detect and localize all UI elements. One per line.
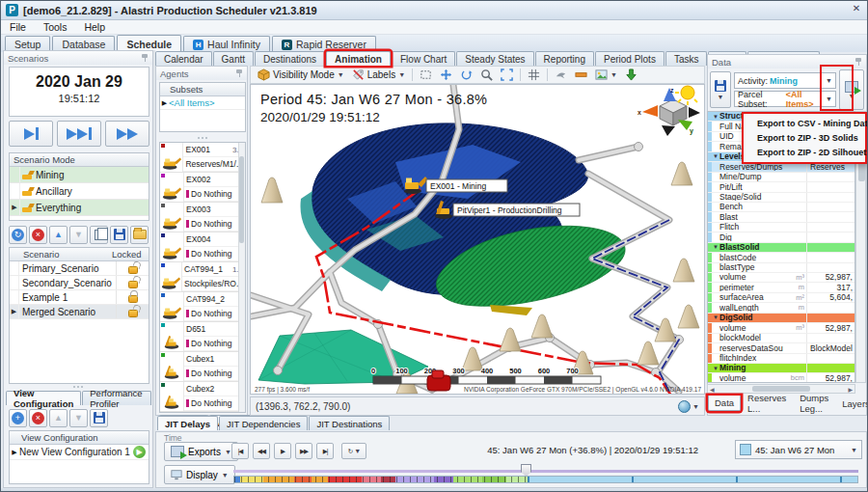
agent-list-item[interactable]: EX002 Do Nothing <box>160 173 245 203</box>
jit-tab[interactable]: JIT Dependencies <box>219 416 308 430</box>
grid-toggle-button[interactable] <box>525 68 543 82</box>
screenshot-button[interactable]: ▼ <box>592 68 620 82</box>
open-scenario-button[interactable] <box>130 226 149 244</box>
sub-tab[interactable]: Flow Chart <box>392 51 455 66</box>
sub-tab[interactable]: Destinations <box>255 51 325 66</box>
measure-button[interactable] <box>572 68 590 82</box>
skip-forward-button[interactable] <box>57 121 101 147</box>
jit-tab[interactable]: JIT Delays <box>157 416 218 430</box>
transport-button[interactable]: ▶ <box>274 443 291 459</box>
agent-list-item[interactable]: CAT994_2 Do Nothing <box>160 292 245 322</box>
period-dropdown[interactable]: 45: Jan W6 27 Mon ▼ <box>735 440 862 459</box>
data-bottom-tab[interactable]: Reserves L... <box>741 396 793 411</box>
timeline-track[interactable] <box>233 470 858 473</box>
lock-icon[interactable] <box>128 266 138 274</box>
transport-button[interactable]: ▶▶ <box>295 443 312 459</box>
data-grid-row[interactable]: ▼ BlastSolid <box>708 243 854 253</box>
data-grid-row[interactable]: ▼ flitchIndex <box>708 354 854 364</box>
menu-item[interactable]: File <box>1 21 35 33</box>
loop-button[interactable]: ↻▼ <box>341 443 366 459</box>
subsets-all-items[interactable]: <All Items> <box>169 97 215 108</box>
agent-list-item[interactable]: Cubex1 Do Nothing <box>160 352 245 382</box>
apply-view-icon[interactable]: ▶ <box>133 446 146 458</box>
pin-icon[interactable] <box>235 69 243 77</box>
save-data-button[interactable]: ▼ <box>710 71 731 108</box>
fast-forward-button[interactable] <box>105 121 149 147</box>
save-scenario-button[interactable] <box>110 226 128 244</box>
scenario-mode-row[interactable]: Ancillary <box>10 183 149 200</box>
data-grid-row[interactable]: ▼ Mine/Dump <box>708 173 854 182</box>
scenario-mode-row[interactable]: ▶ Everything <box>10 200 149 216</box>
move-down-button[interactable]: ▼ <box>69 226 88 244</box>
expander-icon[interactable]: ▼ <box>712 244 719 250</box>
agent-list-item[interactable]: CAT994_11... Stockpiles/RO... <box>160 262 245 292</box>
sub-tab[interactable]: Animation <box>326 51 391 66</box>
view-config-header[interactable]: View Configuration <box>10 431 149 445</box>
data-grid-row[interactable]: ▼ DigSolid <box>708 314 854 323</box>
data-grid-row[interactable]: ▼ volume m³ 52,987, <box>708 323 854 333</box>
expander-icon[interactable]: ▼ <box>712 153 719 159</box>
data-grid-row[interactable]: ▼ blockModel <box>708 334 854 343</box>
scenario-row[interactable]: Example 1 <box>10 290 149 305</box>
lock-icon[interactable] <box>128 310 138 317</box>
activity-combobox[interactable]: Activity: Mining ▼ <box>734 72 836 89</box>
locked-column-header[interactable]: Locked <box>112 249 145 260</box>
scenario-row[interactable]: Primary_Scenario <box>10 261 149 276</box>
orbit-button[interactable] <box>457 68 475 82</box>
data-grid-row[interactable]: ▼ volume bcm 52,987, <box>708 373 854 383</box>
pan-button[interactable] <box>437 68 455 82</box>
data-bottom-tab[interactable]: Layers <box>835 396 868 411</box>
data-grid-row[interactable]: ▼ blastType <box>708 263 854 273</box>
data-grid-row[interactable]: ▼ Pit/Lift <box>708 182 854 192</box>
context-menu-item[interactable]: Export to ZIP - 3D Solids <box>744 132 865 144</box>
menu-item[interactable]: Help <box>75 21 114 33</box>
copy-scenario-button[interactable] <box>90 226 108 244</box>
data-grid-row[interactable]: ▼ reservesDataSource BlockModel <box>708 343 854 353</box>
sub-tab[interactable]: Calendar <box>155 51 212 66</box>
agent-list-item[interactable]: EX004 Do Nothing <box>160 232 245 262</box>
data-grid-row[interactable]: ▼ Bench <box>708 203 854 212</box>
pin-icon[interactable] <box>141 54 149 62</box>
agent-list-item[interactable]: D651 Do Nothing <box>160 322 245 352</box>
scenario-column-header[interactable]: Scenario <box>14 249 112 260</box>
pin-icon[interactable] <box>854 58 862 66</box>
data-grid-row[interactable]: ▼ volume m³ 52,987, <box>708 273 854 283</box>
export-down-button[interactable] <box>622 68 640 82</box>
jit-tab[interactable]: JIT Destinations <box>309 416 390 430</box>
exports-button[interactable]: Exports▼ <box>164 442 238 461</box>
context-menu-item[interactable]: Export to ZIP - 2D Silhouettes <box>744 147 865 158</box>
scenario-mode-row[interactable]: Mining <box>10 167 149 183</box>
fly-mode-button[interactable] <box>552 68 570 82</box>
expander-icon[interactable]: ▼ <box>712 366 719 371</box>
zoom-button[interactable] <box>477 68 496 82</box>
splitter-handle[interactable] <box>156 135 249 140</box>
agent-scrollbar[interactable] <box>238 143 245 412</box>
view-config-tab[interactable]: View Configuration <box>6 391 81 405</box>
scenario-row[interactable]: ▶ Merged Scenario <box>10 305 149 319</box>
context-menu-item[interactable]: Export to CSV - Mining Data <box>744 118 865 129</box>
transport-button[interactable]: ▶| <box>316 443 334 459</box>
timeline-period-bar[interactable] <box>233 476 858 483</box>
sub-tab[interactable]: Steady States <box>456 51 533 66</box>
subsets-header[interactable]: Subsets <box>160 83 245 96</box>
move-up-button[interactable]: ▲ <box>49 226 68 244</box>
scenario-row[interactable]: Secondary_Scenario <box>10 276 149 290</box>
agent-list-item[interactable]: Cubex2 Do Nothing <box>160 382 245 412</box>
sub-tab[interactable]: Gantt <box>213 51 254 66</box>
sub-tab[interactable]: Tasks <box>665 51 708 66</box>
delete-view-button[interactable]: × <box>29 409 47 427</box>
title-bar[interactable]: P [demo6_21.2.829] - Alastri Production … <box>1 1 867 20</box>
delete-scenario-button[interactable]: × <box>29 226 47 244</box>
view-config-tab[interactable]: Performance Profiler <box>82 391 151 405</box>
menu-item[interactable]: Tools <box>35 21 76 33</box>
agent-list-item[interactable]: EX003 Do Nothing <box>160 203 245 232</box>
globe-button[interactable]: ▼ <box>678 400 699 413</box>
expander-icon[interactable]: ▼ <box>712 314 719 320</box>
data-grid-row[interactable]: ▼ blastCode <box>708 253 854 262</box>
data-grid-row[interactable]: ▼ Flitch <box>708 223 854 232</box>
animation-3d-viewport[interactable]: 0100 200300 400500 600700 EX001 - Mining <box>250 84 705 395</box>
data-grid-row[interactable]: ▼ Blast <box>708 212 854 222</box>
data-grid-row[interactable]: ▼ Mining <box>708 364 854 373</box>
data-grid-row[interactable]: ▼ perimeter m 317, <box>708 283 854 292</box>
marquee-select-button[interactable] <box>417 68 435 82</box>
